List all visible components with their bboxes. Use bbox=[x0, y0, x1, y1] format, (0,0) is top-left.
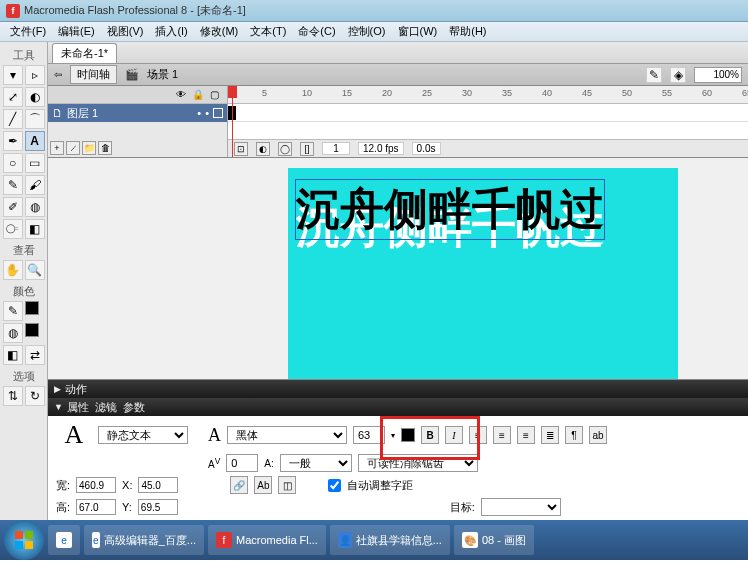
back-icon[interactable]: ⇦ bbox=[54, 69, 62, 80]
menu-text[interactable]: 文本(T) bbox=[244, 22, 292, 41]
add-folder-button[interactable]: 📁 bbox=[82, 141, 96, 155]
caret-right-icon: ▶ bbox=[54, 384, 61, 394]
x-label: X: bbox=[122, 479, 132, 491]
fill-color[interactable]: ◍ bbox=[3, 323, 23, 343]
menu-commands[interactable]: 命令(C) bbox=[292, 22, 341, 41]
stroke-swatch[interactable] bbox=[25, 301, 39, 315]
timeline-toggle[interactable]: 时间轴 bbox=[70, 65, 117, 84]
stage-area[interactable]: 沉舟侧畔千帆过 沉舟侧畔千帆过 bbox=[48, 158, 748, 379]
ink-tool[interactable]: ✐ bbox=[3, 197, 23, 217]
para-button[interactable]: ◫ bbox=[278, 476, 296, 494]
size-stepper[interactable]: ▾ bbox=[391, 431, 395, 440]
char-button[interactable]: Ab bbox=[254, 476, 272, 494]
align-center-button[interactable]: ≡ bbox=[493, 426, 511, 444]
menu-edit[interactable]: 编辑(E) bbox=[52, 22, 101, 41]
menu-help[interactable]: 帮助(H) bbox=[443, 22, 492, 41]
hand-tool[interactable]: ✋ bbox=[3, 260, 23, 280]
align-left-button[interactable]: ≡ bbox=[469, 426, 487, 444]
swap-colors[interactable]: ⇄ bbox=[25, 345, 45, 365]
brush-tool[interactable]: 🖌 bbox=[25, 175, 45, 195]
actions-panel-header[interactable]: ▶ 动作 bbox=[48, 380, 748, 398]
text-type-select[interactable]: 静态文本 bbox=[98, 426, 188, 444]
fill-swatch[interactable] bbox=[25, 323, 39, 337]
svg-rect-0 bbox=[15, 531, 23, 539]
outline-icon[interactable]: ▢ bbox=[210, 89, 219, 100]
paragraph-button[interactable]: ¶ bbox=[565, 426, 583, 444]
italic-button[interactable]: I bbox=[445, 426, 463, 444]
taskbar-item[interactable]: fMacromedia Fl... bbox=[208, 525, 326, 555]
menu-modify[interactable]: 修改(M) bbox=[194, 22, 245, 41]
text-orientation[interactable]: ⇅ bbox=[3, 386, 23, 406]
menu-control[interactable]: 控制(O) bbox=[342, 22, 392, 41]
position-select[interactable]: 一般 bbox=[280, 454, 352, 472]
taskbar-item[interactable]: 👤社旗县学籍信息... bbox=[330, 525, 450, 555]
pen-tool[interactable]: ✒ bbox=[3, 131, 23, 151]
stage[interactable]: 沉舟侧畔千帆过 沉舟侧畔千帆过 bbox=[288, 168, 678, 379]
timeline-track[interactable] bbox=[228, 104, 748, 122]
letter-spacing-input[interactable] bbox=[226, 454, 258, 472]
pencil-tool[interactable]: ✎ bbox=[3, 175, 23, 195]
y-input[interactable] bbox=[138, 499, 178, 515]
autokern-checkbox[interactable] bbox=[328, 479, 341, 492]
eye-icon[interactable]: 👁 bbox=[176, 89, 186, 100]
add-guide-button[interactable]: ⟋ bbox=[66, 141, 80, 155]
text-color-swatch[interactable] bbox=[401, 428, 415, 442]
timeline-ruler[interactable]: 1 5 10 15 20 25 30 35 40 45 50 55 60 65 bbox=[228, 86, 748, 104]
selection-tool[interactable]: ▾ bbox=[3, 65, 23, 85]
properties-panel-header[interactable]: ▼ 属性 滤镜 参数 bbox=[48, 398, 748, 416]
orientation-button[interactable]: ab bbox=[589, 426, 607, 444]
menu-view[interactable]: 视图(V) bbox=[101, 22, 150, 41]
link-button[interactable]: 🔗 bbox=[230, 476, 248, 494]
rectangle-tool[interactable]: ▭ bbox=[25, 153, 45, 173]
center-frame-button[interactable]: ⊡ bbox=[234, 142, 248, 156]
oval-tool[interactable]: ○ bbox=[3, 153, 23, 173]
x-input[interactable] bbox=[138, 477, 178, 493]
line-tool[interactable]: ╱ bbox=[3, 109, 23, 129]
text-rotate[interactable]: ↻ bbox=[25, 386, 45, 406]
zoom-input[interactable] bbox=[694, 67, 742, 83]
lock-icon[interactable]: 🔒 bbox=[192, 89, 204, 100]
align-right-button[interactable]: ≡ bbox=[517, 426, 535, 444]
title-bar: f Macromedia Flash Professional 8 - [未命名… bbox=[0, 0, 748, 22]
free-transform-tool[interactable]: ⤢ bbox=[3, 87, 23, 107]
edit-symbol-icon[interactable]: ◈ bbox=[670, 67, 686, 83]
justify-button[interactable]: ≣ bbox=[541, 426, 559, 444]
target-select[interactable] bbox=[481, 498, 561, 516]
paint-bucket-tool[interactable]: ◍ bbox=[25, 197, 45, 217]
edit-scene-icon[interactable]: ✎ bbox=[646, 67, 662, 83]
scene-name[interactable]: 场景 1 bbox=[147, 67, 178, 82]
eraser-tool[interactable]: ◧ bbox=[25, 219, 45, 239]
default-colors[interactable]: ◧ bbox=[3, 345, 23, 365]
text-object[interactable]: 沉舟侧畔千帆过 bbox=[296, 180, 604, 239]
taskbar-item[interactable]: 🎨08 - 画图 bbox=[454, 525, 534, 555]
onion-outline-button[interactable]: ◯ bbox=[278, 142, 292, 156]
zoom-tool[interactable]: 🔍 bbox=[25, 260, 45, 280]
height-input[interactable] bbox=[76, 499, 116, 515]
taskbar-ie[interactable]: e bbox=[48, 525, 80, 555]
subselection-tool[interactable]: ▹ bbox=[25, 65, 45, 85]
menu-file[interactable]: 文件(F) bbox=[4, 22, 52, 41]
delete-layer-button[interactable]: 🗑 bbox=[98, 141, 112, 155]
font-select[interactable]: 黑体 bbox=[227, 426, 347, 444]
stroke-color[interactable]: ✎ bbox=[3, 301, 23, 321]
menu-window[interactable]: 窗口(W) bbox=[392, 22, 444, 41]
current-frame: 1 bbox=[322, 142, 350, 155]
text-tool[interactable]: A bbox=[25, 131, 45, 151]
antialiasing-select[interactable]: 可读性消除锯齿 bbox=[358, 454, 478, 472]
document-tab[interactable]: 未命名-1* bbox=[52, 43, 117, 63]
playhead[interactable] bbox=[232, 86, 233, 157]
taskbar: e e高级编辑器_百度... fMacromedia Fl... 👤社旗县学籍信… bbox=[0, 520, 748, 560]
start-button[interactable] bbox=[4, 520, 44, 560]
onion-skin-button[interactable]: ◐ bbox=[256, 142, 270, 156]
add-layer-button[interactable]: + bbox=[50, 141, 64, 155]
menu-insert[interactable]: 插入(I) bbox=[149, 22, 193, 41]
width-input[interactable] bbox=[76, 477, 116, 493]
lasso-tool[interactable]: ⌒ bbox=[25, 109, 45, 129]
font-size-input[interactable] bbox=[353, 426, 385, 444]
eyedropper-tool[interactable]: ⧃ bbox=[3, 219, 23, 239]
layer-row[interactable]: 🗋 图层 1 •• bbox=[48, 104, 227, 122]
bold-button[interactable]: B bbox=[421, 426, 439, 444]
gradient-tool[interactable]: ◐ bbox=[25, 87, 45, 107]
edit-multi-button[interactable]: [] bbox=[300, 142, 314, 156]
taskbar-item[interactable]: e高级编辑器_百度... bbox=[84, 525, 204, 555]
